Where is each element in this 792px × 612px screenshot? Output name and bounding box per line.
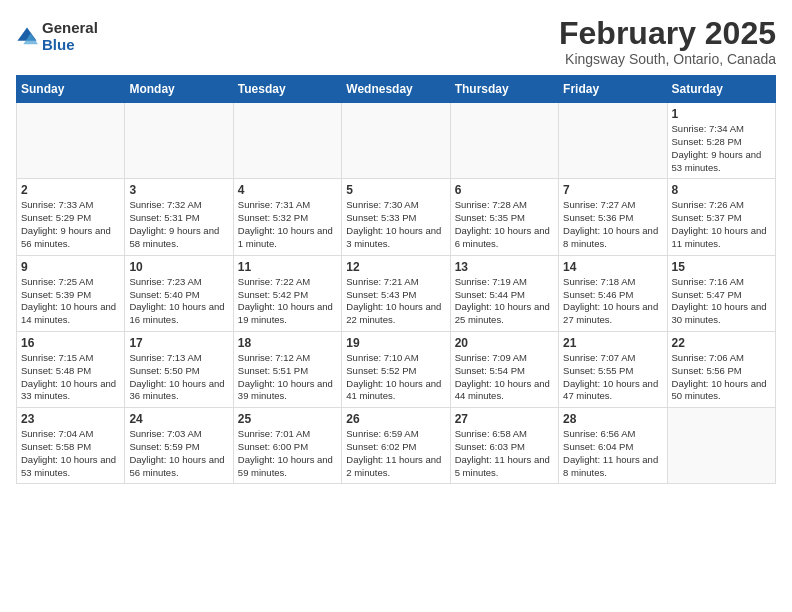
table-row: 27Sunrise: 6:58 AM Sunset: 6:03 PM Dayli…	[450, 408, 558, 484]
calendar-week-1: 1Sunrise: 7:34 AM Sunset: 5:28 PM Daylig…	[17, 103, 776, 179]
day-number: 4	[238, 183, 337, 197]
day-number: 20	[455, 336, 554, 350]
day-info: Sunrise: 6:56 AM Sunset: 6:04 PM Dayligh…	[563, 428, 662, 479]
col-wednesday: Wednesday	[342, 76, 450, 103]
day-number: 19	[346, 336, 445, 350]
day-number: 23	[21, 412, 120, 426]
day-number: 25	[238, 412, 337, 426]
table-row: 24Sunrise: 7:03 AM Sunset: 5:59 PM Dayli…	[125, 408, 233, 484]
logo-icon	[16, 26, 38, 48]
day-info: Sunrise: 7:03 AM Sunset: 5:59 PM Dayligh…	[129, 428, 228, 479]
table-row	[125, 103, 233, 179]
day-number: 11	[238, 260, 337, 274]
logo-blue-text: Blue	[42, 37, 98, 54]
table-row: 11Sunrise: 7:22 AM Sunset: 5:42 PM Dayli…	[233, 255, 341, 331]
day-info: Sunrise: 6:58 AM Sunset: 6:03 PM Dayligh…	[455, 428, 554, 479]
table-row	[559, 103, 667, 179]
day-info: Sunrise: 7:28 AM Sunset: 5:35 PM Dayligh…	[455, 199, 554, 250]
table-row: 8Sunrise: 7:26 AM Sunset: 5:37 PM Daylig…	[667, 179, 775, 255]
logo: General Blue	[16, 20, 98, 53]
month-title: February 2025	[559, 16, 776, 51]
col-tuesday: Tuesday	[233, 76, 341, 103]
day-info: Sunrise: 7:31 AM Sunset: 5:32 PM Dayligh…	[238, 199, 337, 250]
location-title: Kingsway South, Ontario, Canada	[559, 51, 776, 67]
day-info: Sunrise: 7:32 AM Sunset: 5:31 PM Dayligh…	[129, 199, 228, 250]
table-row: 1Sunrise: 7:34 AM Sunset: 5:28 PM Daylig…	[667, 103, 775, 179]
table-row: 5Sunrise: 7:30 AM Sunset: 5:33 PM Daylig…	[342, 179, 450, 255]
day-info: Sunrise: 7:21 AM Sunset: 5:43 PM Dayligh…	[346, 276, 445, 327]
day-info: Sunrise: 7:10 AM Sunset: 5:52 PM Dayligh…	[346, 352, 445, 403]
day-number: 21	[563, 336, 662, 350]
col-thursday: Thursday	[450, 76, 558, 103]
day-number: 5	[346, 183, 445, 197]
table-row: 10Sunrise: 7:23 AM Sunset: 5:40 PM Dayli…	[125, 255, 233, 331]
table-row	[667, 408, 775, 484]
day-info: Sunrise: 7:07 AM Sunset: 5:55 PM Dayligh…	[563, 352, 662, 403]
day-info: Sunrise: 7:26 AM Sunset: 5:37 PM Dayligh…	[672, 199, 771, 250]
table-row: 19Sunrise: 7:10 AM Sunset: 5:52 PM Dayli…	[342, 331, 450, 407]
calendar-header-row: Sunday Monday Tuesday Wednesday Thursday…	[17, 76, 776, 103]
day-number: 13	[455, 260, 554, 274]
day-info: Sunrise: 7:15 AM Sunset: 5:48 PM Dayligh…	[21, 352, 120, 403]
day-number: 15	[672, 260, 771, 274]
day-number: 27	[455, 412, 554, 426]
table-row: 12Sunrise: 7:21 AM Sunset: 5:43 PM Dayli…	[342, 255, 450, 331]
day-info: Sunrise: 7:30 AM Sunset: 5:33 PM Dayligh…	[346, 199, 445, 250]
day-info: Sunrise: 7:12 AM Sunset: 5:51 PM Dayligh…	[238, 352, 337, 403]
day-number: 28	[563, 412, 662, 426]
table-row: 13Sunrise: 7:19 AM Sunset: 5:44 PM Dayli…	[450, 255, 558, 331]
calendar-week-2: 2Sunrise: 7:33 AM Sunset: 5:29 PM Daylig…	[17, 179, 776, 255]
day-info: Sunrise: 7:23 AM Sunset: 5:40 PM Dayligh…	[129, 276, 228, 327]
day-number: 17	[129, 336, 228, 350]
table-row: 26Sunrise: 6:59 AM Sunset: 6:02 PM Dayli…	[342, 408, 450, 484]
table-row: 17Sunrise: 7:13 AM Sunset: 5:50 PM Dayli…	[125, 331, 233, 407]
col-friday: Friday	[559, 76, 667, 103]
table-row: 7Sunrise: 7:27 AM Sunset: 5:36 PM Daylig…	[559, 179, 667, 255]
day-number: 9	[21, 260, 120, 274]
col-saturday: Saturday	[667, 76, 775, 103]
table-row: 21Sunrise: 7:07 AM Sunset: 5:55 PM Dayli…	[559, 331, 667, 407]
table-row: 18Sunrise: 7:12 AM Sunset: 5:51 PM Dayli…	[233, 331, 341, 407]
day-info: Sunrise: 7:19 AM Sunset: 5:44 PM Dayligh…	[455, 276, 554, 327]
table-row: 28Sunrise: 6:56 AM Sunset: 6:04 PM Dayli…	[559, 408, 667, 484]
day-number: 24	[129, 412, 228, 426]
table-row	[342, 103, 450, 179]
day-info: Sunrise: 7:16 AM Sunset: 5:47 PM Dayligh…	[672, 276, 771, 327]
table-row: 4Sunrise: 7:31 AM Sunset: 5:32 PM Daylig…	[233, 179, 341, 255]
table-row: 15Sunrise: 7:16 AM Sunset: 5:47 PM Dayli…	[667, 255, 775, 331]
day-number: 10	[129, 260, 228, 274]
table-row	[233, 103, 341, 179]
table-row: 2Sunrise: 7:33 AM Sunset: 5:29 PM Daylig…	[17, 179, 125, 255]
day-number: 22	[672, 336, 771, 350]
day-number: 6	[455, 183, 554, 197]
calendar-week-4: 16Sunrise: 7:15 AM Sunset: 5:48 PM Dayli…	[17, 331, 776, 407]
day-number: 8	[672, 183, 771, 197]
table-row: 14Sunrise: 7:18 AM Sunset: 5:46 PM Dayli…	[559, 255, 667, 331]
day-number: 1	[672, 107, 771, 121]
day-info: Sunrise: 7:13 AM Sunset: 5:50 PM Dayligh…	[129, 352, 228, 403]
table-row: 23Sunrise: 7:04 AM Sunset: 5:58 PM Dayli…	[17, 408, 125, 484]
col-monday: Monday	[125, 76, 233, 103]
day-info: Sunrise: 7:09 AM Sunset: 5:54 PM Dayligh…	[455, 352, 554, 403]
day-number: 26	[346, 412, 445, 426]
day-number: 7	[563, 183, 662, 197]
day-info: Sunrise: 7:34 AM Sunset: 5:28 PM Dayligh…	[672, 123, 771, 174]
col-sunday: Sunday	[17, 76, 125, 103]
title-area: February 2025 Kingsway South, Ontario, C…	[559, 16, 776, 67]
day-number: 2	[21, 183, 120, 197]
day-info: Sunrise: 7:27 AM Sunset: 5:36 PM Dayligh…	[563, 199, 662, 250]
table-row: 6Sunrise: 7:28 AM Sunset: 5:35 PM Daylig…	[450, 179, 558, 255]
day-info: Sunrise: 7:01 AM Sunset: 6:00 PM Dayligh…	[238, 428, 337, 479]
page-header: General Blue February 2025 Kingsway Sout…	[16, 16, 776, 67]
table-row: 25Sunrise: 7:01 AM Sunset: 6:00 PM Dayli…	[233, 408, 341, 484]
table-row: 3Sunrise: 7:32 AM Sunset: 5:31 PM Daylig…	[125, 179, 233, 255]
day-number: 18	[238, 336, 337, 350]
table-row: 16Sunrise: 7:15 AM Sunset: 5:48 PM Dayli…	[17, 331, 125, 407]
table-row: 22Sunrise: 7:06 AM Sunset: 5:56 PM Dayli…	[667, 331, 775, 407]
day-number: 12	[346, 260, 445, 274]
logo-general-text: General	[42, 20, 98, 37]
day-info: Sunrise: 7:22 AM Sunset: 5:42 PM Dayligh…	[238, 276, 337, 327]
table-row: 20Sunrise: 7:09 AM Sunset: 5:54 PM Dayli…	[450, 331, 558, 407]
day-number: 3	[129, 183, 228, 197]
day-number: 14	[563, 260, 662, 274]
